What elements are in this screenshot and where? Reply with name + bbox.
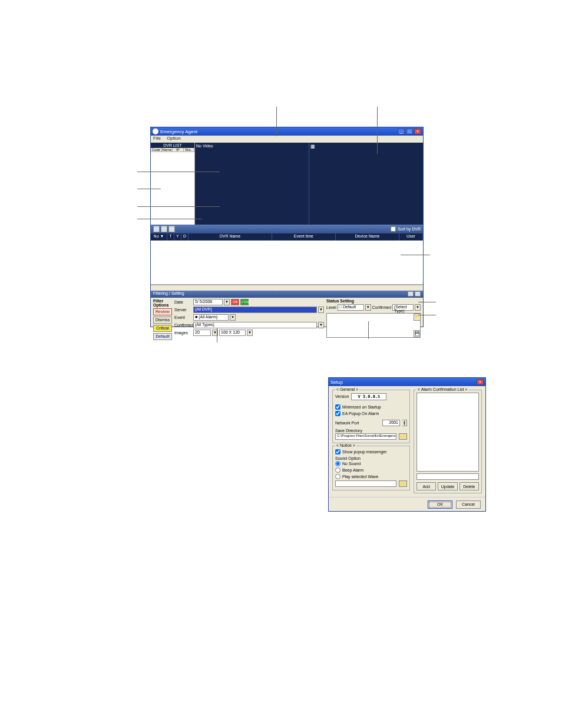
beep-radio[interactable] bbox=[335, 467, 340, 473]
col-no[interactable]: No ▼ bbox=[151, 233, 167, 241]
server-select[interactable]: (All DVR) bbox=[193, 307, 317, 313]
toolbar-pause-icon[interactable] bbox=[153, 226, 160, 232]
col-d[interactable]: D bbox=[181, 233, 189, 241]
callout-line bbox=[418, 315, 436, 315]
event-label: Event bbox=[174, 315, 192, 319]
images-size-dropdown-icon[interactable]: ▼ bbox=[247, 330, 253, 336]
setup-footer: OK Cancel bbox=[329, 497, 485, 511]
col-status[interactable]: Sta.. bbox=[184, 148, 195, 151]
col-y[interactable]: Y bbox=[174, 233, 181, 241]
event-select[interactable]: ■ (All Alarm) bbox=[193, 314, 229, 321]
level-label: Level bbox=[326, 305, 336, 309]
update-button[interactable]: Update bbox=[438, 482, 457, 490]
ea-popup-checkbox[interactable] bbox=[335, 411, 340, 416]
date-label: Date bbox=[174, 300, 192, 304]
wave-browse-button[interactable] bbox=[399, 480, 407, 487]
browse-button[interactable] bbox=[399, 433, 407, 440]
delete-button[interactable]: Delete bbox=[459, 482, 479, 490]
play-wave-label: Play selected Wave bbox=[342, 475, 378, 479]
sort-by-dvr-checkbox[interactable] bbox=[391, 226, 396, 232]
images-label: Images bbox=[174, 331, 192, 335]
minimized-label: Minimized on Startup bbox=[342, 405, 381, 409]
wave-file-input[interactable] bbox=[335, 480, 396, 487]
setup-close-button[interactable]: × bbox=[477, 379, 484, 385]
confirmed-dropdown-icon[interactable]: ▼ bbox=[318, 322, 324, 328]
dismiss-button[interactable]: Dismiss bbox=[153, 317, 172, 324]
callout-line bbox=[418, 302, 436, 302]
filter-body: Filter Options Review Dismiss Critical D… bbox=[151, 298, 423, 339]
notice-fieldset: < Notice > Show popup messenger Sound Op… bbox=[332, 446, 410, 490]
col-code[interactable]: Code bbox=[151, 148, 162, 151]
no-sound-label: No Sound bbox=[342, 462, 361, 466]
memo-save-button[interactable]: 💾 bbox=[414, 330, 421, 337]
minimized-checkbox[interactable] bbox=[335, 404, 340, 410]
alarm-text-input[interactable] bbox=[416, 473, 479, 480]
menu-option[interactable]: Option bbox=[167, 136, 181, 141]
callout-line bbox=[137, 219, 202, 219]
save-dir-input[interactable]: C:\Program Files\Surveillix\Emergency Ag… bbox=[335, 433, 396, 440]
setup-title-bar[interactable]: Setup × bbox=[329, 378, 485, 386]
toolbar-refresh-icon[interactable] bbox=[168, 226, 175, 232]
event-list-area[interactable] bbox=[151, 241, 423, 285]
maximize-button[interactable]: □ bbox=[406, 129, 413, 134]
date-off-button[interactable]: Off bbox=[231, 299, 239, 305]
dvr-columns: Code Name IP Sta.. bbox=[151, 148, 194, 152]
add-button[interactable]: Add bbox=[416, 482, 436, 490]
col-dvr-name[interactable]: DVR Name bbox=[189, 233, 272, 241]
close-button[interactable]: × bbox=[414, 129, 421, 134]
event-list-header: No ▼ T Y D DVR Name Event time Device Na… bbox=[151, 233, 423, 241]
event-toolbar: Sort by DVR bbox=[151, 225, 423, 233]
filter-collapse-button[interactable] bbox=[408, 291, 414, 297]
server-label: Server bbox=[174, 308, 192, 312]
status-confirmed-select[interactable]: (Select Type) bbox=[392, 304, 414, 311]
status-confirmed-dropdown-icon[interactable]: ▼ bbox=[415, 304, 421, 311]
level-dropdown-icon[interactable]: ▼ bbox=[365, 304, 371, 311]
video-display-2[interactable]: ▦ bbox=[309, 143, 423, 225]
default-button[interactable]: Default bbox=[153, 333, 172, 340]
col-device-name[interactable]: Device Name bbox=[336, 233, 399, 241]
server-dropdown-icon[interactable]: ▼ bbox=[318, 307, 324, 313]
video-display-1[interactable]: No Video bbox=[195, 143, 309, 225]
save-dir-label: Save Directory bbox=[335, 429, 407, 433]
col-user[interactable]: User bbox=[399, 233, 423, 241]
beep-label: Beep Alarm bbox=[342, 468, 363, 472]
event-dropdown-icon[interactable]: ▼ bbox=[230, 314, 236, 321]
review-button[interactable]: Review bbox=[153, 308, 172, 315]
sort-by-dvr-label: Sort by DVR bbox=[398, 227, 421, 231]
callout-line bbox=[217, 328, 217, 342]
title-bar[interactable]: Emergency Agent _ □ × bbox=[151, 127, 423, 136]
critical-button[interactable]: Critical bbox=[153, 325, 172, 332]
port-input[interactable]: 2001 bbox=[382, 420, 400, 426]
alarm-list-fieldset: < Alarm Confirmation List > Add Update D… bbox=[414, 390, 482, 493]
menu-bar: File Option bbox=[151, 136, 423, 143]
confirmed-select[interactable]: (All Types) bbox=[193, 322, 317, 328]
date-on-button[interactable]: ✓On bbox=[240, 299, 249, 305]
no-video-label: No Video bbox=[196, 144, 213, 148]
images-size-select[interactable]: 160 X 120 bbox=[219, 330, 246, 336]
date-dropdown-icon[interactable]: ▼ bbox=[224, 299, 230, 305]
version-value: V 3.0.0.5 bbox=[351, 393, 386, 400]
col-event-time[interactable]: Event time bbox=[272, 233, 336, 241]
level-select[interactable]: □ Default bbox=[338, 304, 364, 311]
callout-line bbox=[401, 255, 430, 255]
alarm-confirmation-list[interactable] bbox=[416, 393, 479, 472]
menu-file[interactable]: File bbox=[153, 136, 161, 141]
ok-button[interactable]: OK bbox=[428, 500, 452, 509]
play-wave-radio[interactable] bbox=[335, 474, 340, 479]
filter-expand-button[interactable] bbox=[415, 291, 421, 297]
setup-title: Setup bbox=[330, 380, 343, 385]
col-ip[interactable]: IP bbox=[173, 148, 184, 151]
date-input[interactable]: 5/ 5/2008 bbox=[193, 299, 223, 305]
images-count-select[interactable]: 20 bbox=[193, 330, 211, 336]
confirmed-label: Confirmed bbox=[174, 323, 192, 327]
port-spinner-icon[interactable]: ▲▼ bbox=[402, 420, 407, 426]
minimize-button[interactable]: _ bbox=[398, 129, 405, 134]
cancel-button[interactable]: Cancel bbox=[456, 500, 481, 509]
col-t[interactable]: T bbox=[167, 233, 174, 241]
event-scrollbar[interactable] bbox=[151, 285, 423, 291]
show-popup-checkbox[interactable] bbox=[335, 449, 340, 454]
toolbar-play-icon[interactable] bbox=[161, 226, 167, 232]
col-name[interactable]: Name bbox=[162, 148, 173, 151]
no-sound-radio[interactable] bbox=[335, 461, 340, 466]
memo-textarea[interactable]: 📁 💾 bbox=[326, 313, 421, 338]
